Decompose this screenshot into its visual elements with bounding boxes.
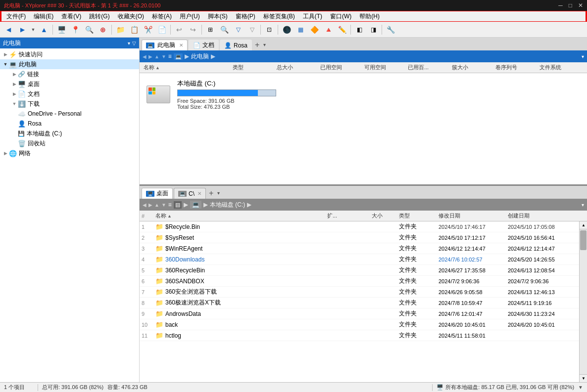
paste-button[interactable]: 📄 [155, 24, 168, 36]
file-list-scrollbar[interactable]: ▲ ▼ [579, 221, 587, 382]
bottom-nav-back[interactable]: ◀ [143, 202, 147, 208]
tab-thispc[interactable]: 💻 此电脑 ✕ [142, 40, 188, 50]
col-free-header[interactable]: 可用空间 [364, 64, 408, 71]
tree-item-rosa[interactable]: 👤 Rosa [0, 119, 139, 129]
close-button[interactable]: ✕ [578, 2, 583, 9]
menu-view[interactable]: 查看(V) [57, 11, 85, 22]
menu-script[interactable]: 脚本(S) [204, 11, 232, 22]
tree-item-quickaccess[interactable]: ▶ ⚡ 快速访问 [0, 49, 139, 59]
fh-size-header[interactable]: 大小 [372, 212, 399, 219]
tree-item-documents[interactable]: ▶ 📄 文档 [0, 89, 139, 99]
tab-cdrive[interactable]: 💻 C\ ✕ [174, 188, 206, 199]
file-row-11[interactable]: 11 📁 hctlog 文件夹 2024/5/11 11:58:01 [140, 330, 579, 341]
back-button[interactable]: ◀ [2, 24, 15, 36]
menu-favorites[interactable]: 收藏夹(O) [114, 11, 148, 22]
search2-button[interactable]: 🔍 [218, 24, 231, 36]
undo-button[interactable]: ↩ [173, 24, 186, 36]
bottom-addr-dropdown[interactable]: ▾ [582, 202, 584, 208]
tree-item-thispc[interactable]: ▼ 💻 此电脑 [0, 59, 139, 69]
pane-left-button[interactable]: ◧ [353, 24, 366, 36]
menu-file[interactable]: 文件(F) [2, 11, 30, 22]
file-row-2[interactable]: 2 📁 $SysReset 文件夹 2024/5/10 17:12:17 202… [140, 232, 579, 243]
up-button[interactable]: ▲ [38, 24, 50, 36]
menu-goto[interactable]: 跳转(G) [85, 11, 113, 22]
view-button[interactable]: ▦ [294, 24, 307, 36]
cut-button[interactable]: ✂️ [142, 24, 154, 36]
tree-item-network[interactable]: ▶ 🌐 网络 [0, 148, 139, 158]
menu-tags[interactable]: 标签(A) [148, 11, 176, 22]
menu-edit[interactable]: 编辑(E) [30, 11, 57, 22]
top-nav-menu[interactable]: ≡ [168, 53, 172, 60]
left-panel-filter[interactable]: ▽ [132, 41, 136, 46]
col-fs-header[interactable]: 文件系统 [539, 64, 584, 71]
fh-type-header[interactable]: 类型 [399, 212, 439, 219]
top-nav-back[interactable]: ◀ [143, 54, 147, 59]
menu-tabset[interactable]: 标签页集(B) [259, 11, 299, 22]
split-button[interactable]: ⊞ [204, 24, 217, 36]
menu-tools[interactable]: 工具(T) [299, 11, 326, 22]
tree-item-recyclebin[interactable]: 🗑️ 回收站 [0, 138, 139, 148]
view2-button[interactable]: 🔶 [308, 24, 321, 36]
scroll-up-button[interactable]: ▲ [580, 221, 587, 229]
location-button[interactable]: 📍 [69, 24, 82, 36]
bottom-tab-menu[interactable]: ▾ [216, 188, 221, 199]
fh-modified-header[interactable]: 修改日期 [439, 212, 508, 219]
file-row-10[interactable]: 10 📁 back 文件夹 2024/6/20 10:45:01 2024/6/… [140, 319, 579, 330]
bottom-breadcrumb-thispc[interactable]: 💻 [190, 201, 201, 209]
menu-help[interactable]: 帮助(H) [355, 11, 384, 22]
bottom-view-toggle[interactable]: ▤ [174, 201, 182, 209]
col-seq-header[interactable]: 卷序列号 [495, 64, 539, 71]
file-row-4[interactable]: 4 📁 360Downloads 文件夹 2024/7/6 10:02:57 2… [140, 254, 579, 265]
menu-user[interactable]: 用户(U) [176, 11, 204, 22]
tree-item-desktop[interactable]: ▶ 🖥️ 桌面 [0, 79, 139, 89]
forward-button[interactable]: ▶ [16, 24, 29, 36]
filter2-button[interactable]: ▽ [245, 24, 258, 36]
col-type-header[interactable]: 类型 [233, 64, 277, 71]
copy-button[interactable]: 📋 [128, 24, 141, 36]
tab-rosa[interactable]: 👤 Rosa [220, 40, 252, 50]
top-nav-forward[interactable]: ▶ [148, 54, 152, 59]
col-cluster-header[interactable]: 簇大小 [452, 64, 496, 71]
bottom-breadcrumb-cdrive[interactable]: 本地磁盘 (C:) [210, 201, 245, 209]
settings-button[interactable]: 🔧 [384, 24, 397, 36]
file-row-5[interactable]: 5 📁 360RecycleBin 文件夹 2024/6/27 17:35:58… [140, 265, 579, 276]
top-nav-up[interactable]: ▲ [154, 54, 159, 59]
minimize-button[interactable]: ─ [558, 2, 563, 9]
tab-thispc-close[interactable]: ✕ [179, 43, 183, 48]
tree-item-downloads[interactable]: ▼ ⬇️ 下载 [0, 99, 139, 109]
status-scroll-down[interactable]: ▼ [578, 385, 583, 390]
maximize-button[interactable]: □ [569, 2, 572, 9]
file-row-3[interactable]: 3 📁 $WinREAgent 文件夹 2024/6/12 12:14:47 2… [140, 243, 579, 254]
redo-button[interactable]: ↪ [187, 24, 199, 36]
menu-window[interactable]: 窗口(W) [326, 11, 355, 22]
top-tab-add[interactable]: + [253, 40, 261, 50]
fh-created-header[interactable]: 创建日期 [508, 212, 577, 219]
script-btn[interactable]: ✏️ [336, 24, 348, 36]
drive-item-c[interactable]: 本地磁盘 (C:) Free Space: 391.06 GB Total Si… [146, 79, 581, 110]
tree-item-onedrive[interactable]: ☁️ OneDrive - Personal [0, 109, 139, 119]
bottom-nav-down[interactable]: ▼ [161, 202, 166, 208]
col-name-header[interactable]: 名称 ▲ [144, 64, 233, 71]
top-addr-dropdown[interactable]: ▾ [582, 54, 584, 59]
file-row-7[interactable]: 7 📁 360安全浏览器下载 文件夹 2024/6/26 9:05:58 202… [140, 287, 579, 298]
top-tab-menu[interactable]: ▾ [262, 40, 267, 50]
file-row-6[interactable]: 6 📁 360SANDBOX 文件夹 2024/7/2 9:06:36 2024… [140, 276, 579, 287]
tag-button[interactable]: ⊡ [263, 24, 276, 36]
history-dropdown[interactable]: ▼ [30, 24, 37, 36]
bottom-nav-menu[interactable]: ≡ [168, 201, 172, 208]
file-row-1[interactable]: 1 📁 $Recycle.Bin 文件夹 2024/5/10 17:46:17 … [140, 221, 579, 232]
col-total-header[interactable]: 总大小 [277, 64, 321, 71]
bottom-nav-up[interactable]: ▲ [154, 202, 159, 208]
col-pct-header[interactable]: 已用百... [408, 64, 452, 71]
scroll-down-button[interactable]: ▼ [580, 374, 587, 382]
tab-cdrive-close[interactable]: ✕ [197, 191, 201, 196]
new-folder-button[interactable]: 📁 [114, 24, 127, 36]
tab-docs[interactable]: 📄 文档 [189, 40, 219, 50]
view3-button[interactable]: 🔺 [322, 24, 335, 36]
tree-item-localdisk[interactable]: 💾 本地磁盘 (C:) [0, 129, 139, 138]
top-nav-down[interactable]: ▼ [161, 54, 166, 59]
search-button[interactable]: 🔍 [83, 24, 96, 36]
find-button[interactable]: ⊕ [97, 24, 109, 36]
fh-ext-header[interactable]: 扩... [327, 212, 372, 219]
fh-name-header[interactable]: 名称 ▲ [155, 212, 327, 219]
